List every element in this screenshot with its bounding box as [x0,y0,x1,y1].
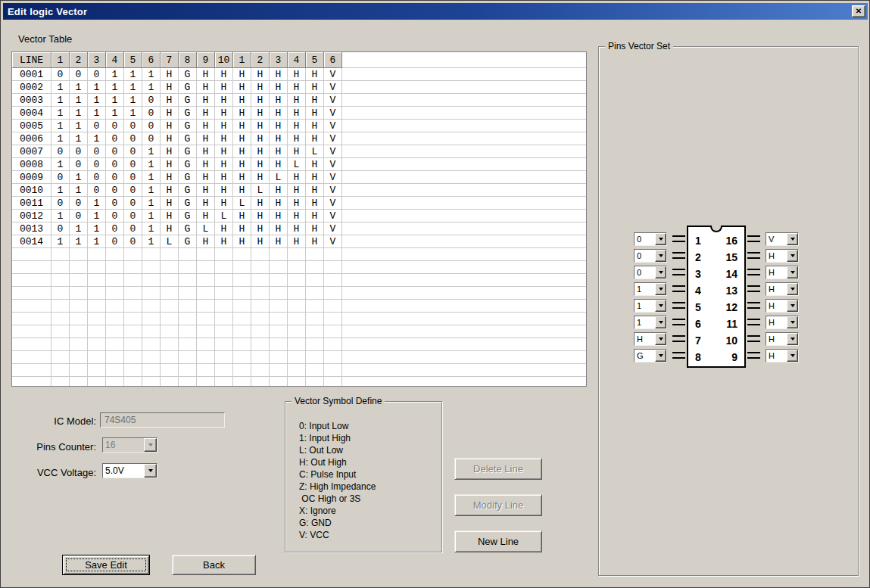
pin-stub [747,302,760,309]
vector-cell: 0 [106,222,124,235]
pin-1-combo[interactable]: 0 [634,232,667,246]
table-row[interactable] [12,300,586,313]
line-number-cell: 0010 [12,184,51,197]
dropdown-arrow-icon[interactable] [787,300,798,312]
dropdown-arrow-icon[interactable] [787,333,798,345]
dropdown-arrow-icon[interactable] [787,350,798,362]
pin-11-combo[interactable]: H [766,316,799,329]
table-row[interactable]: 0013011001HGLHHHHHHV [12,222,586,235]
table-row[interactable]: 0014111001LGHHHHHHHV [12,235,586,248]
table-row[interactable] [12,325,586,338]
vector-cell: 1 [142,145,161,158]
pins-counter-label: Pins Counter: [22,441,96,453]
table-row[interactable] [12,261,586,274]
vector-cell [179,377,197,387]
table-row[interactable]: 0001000111HGHHHHHHHV [12,68,586,81]
vector-cell [233,377,251,387]
vector-cell: H [270,107,288,120]
table-row[interactable] [12,287,586,300]
pin-8-combo[interactable]: G [634,349,667,362]
row-filler [342,274,586,287]
column-header: 4 [106,52,124,68]
close-button[interactable]: ✕ [852,5,865,17]
pin-10-combo[interactable]: H [766,332,799,346]
dropdown-arrow-icon[interactable] [655,250,666,262]
pin-12-combo[interactable]: H [766,299,799,313]
dropdown-arrow-icon[interactable] [655,283,666,295]
vector-cell [306,287,324,300]
table-row[interactable]: 0004111110HGHHHHHHHV [12,107,586,120]
dropdown-arrow-icon[interactable] [787,233,798,245]
dropdown-arrow-icon[interactable] [655,333,666,345]
pin-2-combo[interactable]: 0 [634,249,667,263]
table-row[interactable] [12,274,586,287]
table-row[interactable]: 0006111000HGHHHHHHHV [12,132,586,145]
dropdown-arrow-icon[interactable] [144,464,157,478]
pin-13-combo[interactable]: H [766,282,799,296]
table-row[interactable]: 0002111111HGHHHHHHHV [12,81,586,94]
table-row[interactable]: 0005110000HGHHHHHHHV [12,120,586,132]
line-number-cell: 0007 [12,145,51,158]
pin-16-combo[interactable]: V [766,232,799,246]
vector-cell: 1 [88,107,106,120]
vector-cell [142,261,161,274]
dropdown-arrow-icon[interactable] [655,316,666,328]
vcc-voltage-combo[interactable]: 5.0V [102,463,157,478]
pin-14-combo[interactable]: H [766,266,799,279]
dropdown-arrow-icon[interactable] [655,350,666,362]
vector-cell: 1 [88,222,106,235]
pin-4-combo[interactable]: 1 [634,282,667,296]
dropdown-arrow-icon[interactable] [655,266,666,278]
dropdown-arrow-icon[interactable] [655,233,666,245]
vector-cell [197,313,215,325]
vector-cell: V [324,171,342,184]
vector-cell [106,364,124,377]
table-row[interactable] [12,248,586,261]
vector-cell: H [233,235,251,248]
symbol-line: C: Pulse Input [299,468,376,481]
table-row[interactable]: 0010110001HGHHHLHHHV [12,184,586,197]
new-line-button[interactable]: New Line [454,530,542,552]
column-header: 3 [88,52,106,68]
table-row[interactable] [12,364,586,377]
vector-cell: H [161,120,179,132]
vector-cell: H [233,222,251,235]
dropdown-arrow-icon[interactable] [787,283,798,295]
pin-6-combo[interactable]: 1 [634,316,667,329]
titlebar[interactable]: Edit logic Vector ✕ [3,3,868,20]
pin-15-combo[interactable]: H [766,249,799,263]
dropdown-arrow-icon[interactable] [787,266,798,278]
back-button[interactable]: Back [172,555,256,575]
vector-cell [251,351,270,364]
dropdown-arrow-icon[interactable] [787,316,798,328]
vector-cell: 1 [51,184,70,197]
table-row[interactable] [12,338,586,351]
vector-cell [51,274,70,287]
pin-7-combo[interactable]: H [634,332,667,346]
table-row[interactable] [12,351,586,364]
vector-cell: 1 [51,94,70,107]
pin-5-combo[interactable]: 1 [634,299,667,313]
vector-table-grid[interactable]: LINE12345678910123456 0001000111HGHHHHHH… [11,51,587,387]
pin-3-combo[interactable]: 0 [634,266,667,279]
table-row[interactable]: 0003111110HGHHHHHHHV [12,94,586,107]
pin-9-combo[interactable]: H [766,349,799,362]
line-number-cell: 0012 [12,210,51,222]
table-row[interactable] [12,377,586,387]
vector-cell: 0 [51,222,70,235]
table-row[interactable]: 0009010001HGHHHHLHHV [12,171,586,184]
dropdown-arrow-icon[interactable] [787,250,798,262]
table-row[interactable]: 0012101001HGHLHHHHHV [12,210,586,222]
table-row[interactable]: 0008100001HGHHHHHLHV [12,158,586,171]
arrow-glyph [790,254,795,257]
vector-cell [70,287,88,300]
vector-cell: 1 [70,222,88,235]
chip-pin-number: 8 [695,351,701,363]
table-row[interactable]: 0007000001HGHHHHHHLV [12,145,586,158]
vector-cell: H [197,171,215,184]
dropdown-arrow-icon[interactable] [655,300,666,312]
save-edit-button[interactable]: Save Edit [62,555,150,575]
table-row[interactable]: 0011001001HGHHLHHHHV [12,197,586,210]
vector-cell: V [324,222,342,235]
table-row[interactable] [12,313,586,325]
